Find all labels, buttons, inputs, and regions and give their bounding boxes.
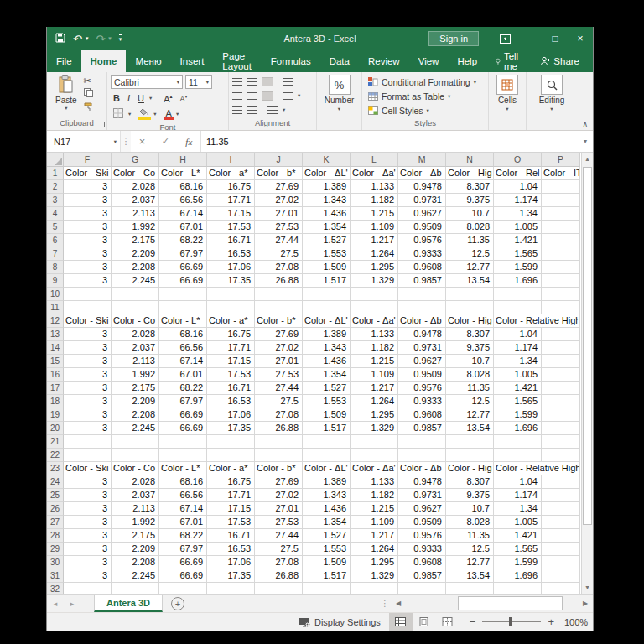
cell[interactable]: 1.517 bbox=[303, 274, 351, 288]
cell[interactable]: 27.69 bbox=[255, 475, 303, 489]
cell[interactable]: 3 bbox=[64, 422, 112, 435]
cell[interactable]: 26.88 bbox=[255, 569, 303, 583]
format-painter-icon[interactable] bbox=[84, 101, 93, 112]
cell[interactable]: 1.133 bbox=[351, 328, 398, 341]
row-header[interactable]: 26 bbox=[47, 502, 64, 516]
cell[interactable]: 1.295 bbox=[351, 556, 398, 569]
vertical-scroll-track[interactable] bbox=[582, 165, 593, 581]
collapse-ribbon-icon[interactable]: ∧ bbox=[582, 120, 588, 128]
tab-menu[interactable]: Меню bbox=[126, 50, 170, 72]
conditional-formatting-button[interactable]: Conditional Formatting▾ bbox=[368, 75, 485, 89]
column-header[interactable]: G bbox=[112, 153, 159, 167]
row-header[interactable]: 24 bbox=[47, 475, 64, 489]
cell[interactable]: 27.53 bbox=[255, 516, 303, 529]
cell[interactable] bbox=[303, 583, 351, 594]
cell[interactable] bbox=[542, 529, 580, 543]
cell[interactable] bbox=[159, 301, 207, 314]
cell[interactable]: 27.02 bbox=[255, 194, 303, 207]
cell[interactable]: 1.389 bbox=[303, 475, 351, 489]
cell[interactable]: 3 bbox=[64, 489, 112, 502]
cell[interactable]: 27.53 bbox=[255, 221, 303, 234]
row-header[interactable]: 14 bbox=[47, 341, 64, 355]
scroll-up-icon[interactable]: ▲ bbox=[582, 153, 593, 165]
cell[interactable]: 0.9608 bbox=[398, 556, 446, 569]
cell[interactable]: 3 bbox=[64, 543, 112, 556]
cell[interactable] bbox=[542, 569, 580, 583]
cell[interactable]: 17.15 bbox=[207, 502, 255, 516]
cell[interactable] bbox=[207, 435, 255, 449]
cell[interactable]: 27.5 bbox=[255, 395, 303, 408]
cell[interactable]: 11.35 bbox=[446, 529, 494, 543]
cell[interactable]: 1.992 bbox=[112, 368, 159, 382]
cell[interactable] bbox=[542, 180, 580, 194]
row-header[interactable]: 3 bbox=[47, 194, 64, 207]
cell[interactable]: 1.264 bbox=[351, 395, 398, 408]
cell[interactable]: 0.9731 bbox=[398, 341, 446, 355]
cell[interactable] bbox=[112, 435, 159, 449]
hscroll-splitter[interactable]: ⋮ bbox=[379, 595, 391, 612]
cell[interactable] bbox=[159, 583, 207, 594]
cell[interactable] bbox=[542, 274, 580, 288]
cell[interactable]: 16.53 bbox=[207, 395, 255, 408]
cell[interactable]: 3 bbox=[64, 382, 112, 395]
cell[interactable]: 1.005 bbox=[494, 221, 542, 234]
cell[interactable]: 1.109 bbox=[351, 368, 398, 382]
row-header[interactable]: 17 bbox=[47, 382, 64, 395]
row-header[interactable]: 18 bbox=[47, 395, 64, 408]
cell[interactable] bbox=[542, 194, 580, 207]
cell[interactable]: 1.599 bbox=[494, 261, 542, 274]
cell[interactable]: 8.028 bbox=[446, 368, 494, 382]
cell[interactable]: 11.35 bbox=[446, 234, 494, 247]
cell[interactable] bbox=[64, 583, 112, 594]
page-layout-view-icon[interactable] bbox=[413, 613, 436, 631]
cell[interactable]: 1.182 bbox=[351, 194, 398, 207]
column-header[interactable]: P bbox=[542, 153, 580, 167]
cell[interactable]: 2.209 bbox=[112, 247, 159, 261]
cell[interactable]: 1.421 bbox=[494, 382, 542, 395]
row-header[interactable]: 8 bbox=[47, 261, 64, 274]
cell[interactable] bbox=[542, 489, 580, 502]
cell[interactable]: 3 bbox=[64, 261, 112, 274]
cell[interactable]: 1.436 bbox=[303, 355, 351, 368]
cell[interactable]: 3 bbox=[64, 556, 112, 569]
formula-input[interactable]: 11.35 bbox=[201, 131, 578, 152]
cell[interactable] bbox=[207, 301, 255, 314]
share-button[interactable]: Share bbox=[531, 50, 593, 72]
cell[interactable]: 27.02 bbox=[255, 489, 303, 502]
cell[interactable]: Color - a* bbox=[207, 314, 255, 328]
row-header[interactable]: 25 bbox=[47, 489, 64, 502]
cell[interactable]: 0.9576 bbox=[398, 529, 446, 543]
cell[interactable] bbox=[159, 435, 207, 449]
cell[interactable]: 11.35 bbox=[446, 382, 494, 395]
fill-color-button[interactable] bbox=[138, 108, 151, 120]
cell[interactable]: 1.354 bbox=[303, 368, 351, 382]
grow-font-button[interactable]: A▴ bbox=[161, 93, 174, 104]
cell[interactable]: 3 bbox=[64, 341, 112, 355]
cut-icon[interactable]: ✂ bbox=[84, 76, 93, 86]
cell[interactable]: 17.53 bbox=[207, 368, 255, 382]
column-header[interactable]: J bbox=[255, 153, 303, 167]
row-header[interactable]: 27 bbox=[47, 516, 64, 529]
cell[interactable]: 17.71 bbox=[207, 489, 255, 502]
cell[interactable] bbox=[542, 368, 580, 382]
cell[interactable]: Color - Co bbox=[112, 167, 159, 180]
cell[interactable]: Color - L* bbox=[159, 462, 207, 475]
cell[interactable]: Color - b* bbox=[255, 167, 303, 180]
scroll-left-icon[interactable]: ◀ bbox=[391, 595, 406, 612]
underline-button[interactable]: U bbox=[135, 93, 147, 103]
cell[interactable]: Color - Ski bbox=[64, 167, 112, 180]
italic-button[interactable]: I bbox=[125, 93, 132, 103]
cell[interactable]: 0.9627 bbox=[398, 355, 446, 368]
cell[interactable]: 1.34 bbox=[494, 502, 542, 516]
align-right-icon[interactable] bbox=[262, 92, 273, 100]
expand-formula-bar-icon[interactable]: ▾ bbox=[578, 131, 593, 152]
row-header[interactable]: 11 bbox=[47, 301, 64, 314]
cell[interactable]: 27.08 bbox=[255, 408, 303, 422]
tell-me-box[interactable]: Tell me bbox=[486, 50, 531, 72]
row-header[interactable]: 6 bbox=[47, 234, 64, 247]
cell[interactable]: 3 bbox=[64, 529, 112, 543]
cell[interactable]: Color - Δa' bbox=[351, 167, 398, 180]
scroll-right-icon[interactable]: ▶ bbox=[578, 595, 593, 612]
cell[interactable]: 0.9333 bbox=[398, 543, 446, 556]
cell[interactable]: 12.77 bbox=[446, 261, 494, 274]
